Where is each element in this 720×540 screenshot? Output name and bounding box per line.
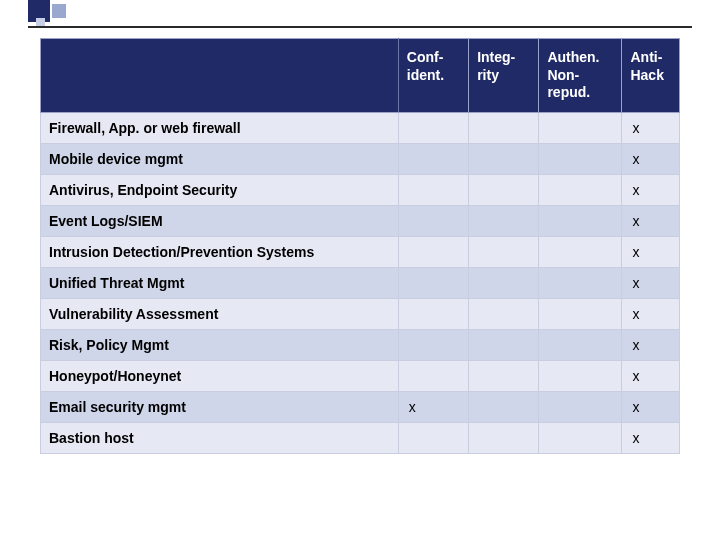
row-label: Firewall, App. or web firewall (41, 112, 399, 143)
cell (398, 112, 468, 143)
cell (469, 391, 539, 422)
row-label: Unified Threat Mgmt (41, 267, 399, 298)
cell (469, 143, 539, 174)
table-row: Antivirus, Endpoint Security x (41, 174, 680, 205)
header-antihack: Anti-Hack (622, 39, 680, 113)
top-divider (28, 26, 692, 28)
cell (469, 422, 539, 453)
row-label: Antivirus, Endpoint Security (41, 174, 399, 205)
security-matrix-table: Conf-ident. Integ-rity Authen.Non-repud.… (40, 38, 680, 454)
corner-squares-decoration (28, 0, 98, 26)
cell (398, 236, 468, 267)
table-row: Unified Threat Mgmt x (41, 267, 680, 298)
cell (539, 205, 622, 236)
cell (398, 174, 468, 205)
cell: x (622, 112, 680, 143)
cell (539, 174, 622, 205)
cell: x (622, 267, 680, 298)
cell (469, 174, 539, 205)
table-row: Bastion host x (41, 422, 680, 453)
table-row: Event Logs/SIEM x (41, 205, 680, 236)
cell (539, 360, 622, 391)
cell (398, 143, 468, 174)
cell (469, 112, 539, 143)
cell (469, 236, 539, 267)
cell (398, 205, 468, 236)
cell (398, 298, 468, 329)
table-body: Firewall, App. or web firewall x Mobile … (41, 112, 680, 453)
table-header-row: Conf-ident. Integ-rity Authen.Non-repud.… (41, 39, 680, 113)
header-confidentiality: Conf-ident. (398, 39, 468, 113)
cell (539, 298, 622, 329)
row-label: Honeypot/Honeynet (41, 360, 399, 391)
row-label: Intrusion Detection/Prevention Systems (41, 236, 399, 267)
cell: x (622, 143, 680, 174)
header-integrity: Integ-rity (469, 39, 539, 113)
table-row: Mobile device mgmt x (41, 143, 680, 174)
row-label: Bastion host (41, 422, 399, 453)
row-label: Event Logs/SIEM (41, 205, 399, 236)
row-label: Mobile device mgmt (41, 143, 399, 174)
cell: x (622, 422, 680, 453)
cell: x (622, 391, 680, 422)
cell (539, 236, 622, 267)
header-authen-nonrepud: Authen.Non-repud. (539, 39, 622, 113)
cell: x (622, 236, 680, 267)
table-row: Vulnerability Assessment x (41, 298, 680, 329)
cell: x (398, 391, 468, 422)
cell (469, 205, 539, 236)
table-row: Risk, Policy Mgmt x (41, 329, 680, 360)
cell (398, 422, 468, 453)
table-row: Intrusion Detection/Prevention Systems x (41, 236, 680, 267)
cell (539, 329, 622, 360)
cell (398, 329, 468, 360)
row-label: Vulnerability Assessment (41, 298, 399, 329)
cell: x (622, 360, 680, 391)
row-label: Risk, Policy Mgmt (41, 329, 399, 360)
row-label: Email security mgmt (41, 391, 399, 422)
table-row: Email security mgmt x x (41, 391, 680, 422)
cell (539, 143, 622, 174)
cell (539, 267, 622, 298)
cell (469, 298, 539, 329)
cell (469, 360, 539, 391)
cell (469, 267, 539, 298)
table-row: Honeypot/Honeynet x (41, 360, 680, 391)
cell (539, 391, 622, 422)
cell: x (622, 205, 680, 236)
header-blank (41, 39, 399, 113)
table-row: Firewall, App. or web firewall x (41, 112, 680, 143)
cell: x (622, 329, 680, 360)
cell: x (622, 298, 680, 329)
cell (539, 112, 622, 143)
cell (539, 422, 622, 453)
slide: Conf-ident. Integ-rity Authen.Non-repud.… (0, 0, 720, 540)
cell (469, 329, 539, 360)
cell (398, 360, 468, 391)
cell (398, 267, 468, 298)
cell: x (622, 174, 680, 205)
